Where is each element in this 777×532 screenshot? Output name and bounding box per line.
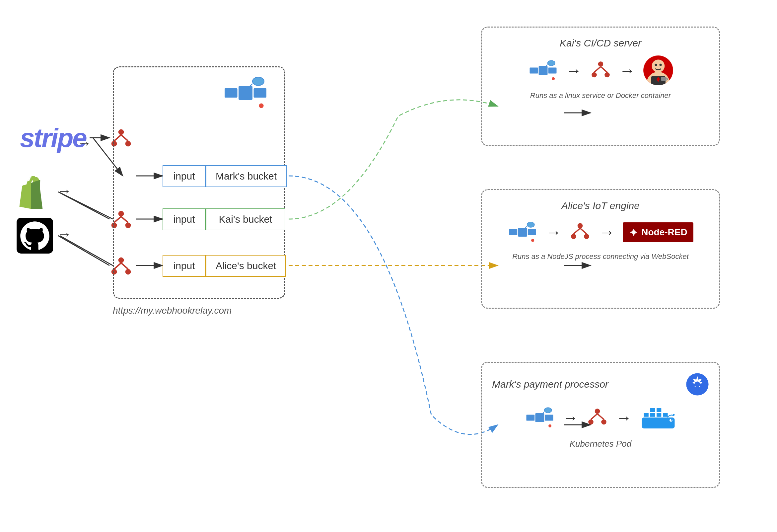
- alices-bucket-box: Alice's bucket: [206, 255, 286, 277]
- svg-point-79: [544, 407, 552, 413]
- satellite-icon-kai: [528, 57, 558, 85]
- svg-point-63: [531, 239, 534, 242]
- svg-line-85: [591, 414, 597, 419]
- kai-cicd-icons: → →: [492, 56, 709, 85]
- satellite-icon-alice: [508, 218, 538, 246]
- kais-input-box: input: [162, 208, 206, 230]
- alice-iot-panel: Alice's IoT engine → →: [481, 189, 720, 309]
- svg-point-96: [673, 414, 675, 416]
- arrow-mark2: →: [616, 409, 632, 427]
- svg-point-45: [598, 62, 603, 67]
- svg-line-67: [574, 228, 580, 234]
- mark-payment-title: Mark's payment processor: [492, 379, 608, 390]
- docker-icon: [640, 403, 676, 432]
- mark-payment-icons: → →: [492, 403, 709, 432]
- jenkins-icon: [643, 56, 673, 85]
- marks-bucket-box: Mark's bucket: [206, 165, 287, 187]
- kubernetes-icon: [686, 373, 709, 396]
- center-box-url: https://my.webhookrelay.com: [113, 305, 232, 316]
- arrow-alice2: →: [599, 223, 615, 241]
- mark-payment-desc: Kubernetes Pod: [492, 438, 709, 450]
- svg-point-66: [584, 234, 589, 239]
- svg-line-49: [600, 67, 607, 72]
- svg-rect-34: [225, 88, 237, 98]
- kais-bucket-row: input Kai's bucket: [162, 208, 285, 230]
- svg-rect-90: [656, 413, 661, 417]
- github-arrow: →: [57, 226, 72, 242]
- svg-rect-91: [650, 408, 655, 412]
- svg-line-86: [597, 414, 604, 419]
- alice-iot-desc: Runs as a NodeJS process connecting via …: [492, 251, 709, 262]
- relay-icon-kai: [590, 60, 612, 81]
- svg-rect-35: [254, 88, 267, 98]
- mark-payment-panel: Mark's payment processor →: [481, 362, 720, 488]
- svg-point-51: [652, 60, 665, 72]
- svg-rect-76: [535, 413, 544, 422]
- svg-point-61: [527, 222, 535, 227]
- svg-point-84: [601, 419, 606, 424]
- arrow-kai: →: [566, 62, 582, 80]
- kai-cicd-panel: Kai's CI/CD server → →: [481, 26, 720, 146]
- svg-rect-87: [642, 418, 674, 428]
- alice-iot-icons: → → Node-RED: [492, 218, 709, 246]
- shopify-logo: [18, 176, 51, 210]
- kai-cicd-title: Kai's CI/CD server: [492, 37, 709, 49]
- arrow-kai2: →: [620, 62, 635, 80]
- svg-point-47: [604, 72, 610, 77]
- svg-rect-41: [548, 67, 556, 73]
- svg-point-83: [588, 419, 593, 424]
- svg-rect-78: [545, 415, 553, 421]
- relay-icon-alice: [569, 221, 591, 243]
- github-logo: [17, 217, 53, 255]
- svg-point-82: [594, 409, 600, 414]
- svg-point-81: [548, 424, 551, 427]
- svg-point-44: [552, 77, 555, 80]
- svg-point-53: [655, 64, 657, 66]
- mark-payment-header: Mark's payment processor: [492, 373, 709, 396]
- stripe-arrow: →: [77, 135, 92, 151]
- svg-point-65: [571, 234, 576, 239]
- svg-rect-92: [656, 408, 661, 412]
- alice-iot-title: Alice's IoT engine: [492, 200, 709, 211]
- diagram-container: stripe: [0, 0, 777, 532]
- svg-point-54: [659, 64, 662, 66]
- marks-input-box: input: [162, 165, 206, 187]
- alices-input-box: input: [162, 255, 206, 277]
- svg-rect-89: [650, 413, 655, 417]
- svg-rect-40: [530, 67, 538, 73]
- satellite-icon-mark: [525, 404, 555, 432]
- svg-point-69: [632, 231, 635, 234]
- svg-point-75: [695, 382, 700, 387]
- svg-line-68: [580, 228, 587, 234]
- svg-point-46: [591, 72, 597, 77]
- svg-point-42: [547, 60, 555, 66]
- svg-point-64: [578, 223, 583, 228]
- svg-rect-57: [661, 77, 666, 81]
- relay-icon-mark: [586, 407, 608, 428]
- svg-point-38: [259, 104, 264, 108]
- svg-rect-33: [238, 86, 252, 100]
- arrow-mark: →: [563, 409, 579, 427]
- svg-rect-59: [509, 229, 518, 235]
- arrow-alice: →: [545, 223, 561, 241]
- alices-bucket-row: input Alice's bucket: [162, 255, 286, 277]
- shopify-arrow: →: [57, 183, 72, 199]
- svg-rect-77: [526, 415, 535, 421]
- stripe-logo: stripe: [20, 123, 86, 153]
- svg-line-48: [594, 67, 601, 72]
- svg-point-95: [670, 419, 672, 421]
- svg-rect-60: [528, 229, 536, 235]
- svg-rect-88: [644, 413, 649, 417]
- kais-bucket-box: Kai's bucket: [206, 208, 285, 230]
- svg-point-36: [252, 77, 264, 85]
- marks-bucket-row: input Mark's bucket: [162, 165, 287, 187]
- satellite-center-icon: [222, 71, 269, 116]
- kai-cicd-desc: Runs as a linux service or Docker contai…: [492, 91, 709, 101]
- node-red-icon: Node-RED: [623, 222, 693, 242]
- svg-rect-58: [518, 228, 527, 237]
- svg-rect-39: [539, 66, 547, 75]
- svg-rect-93: [663, 413, 668, 417]
